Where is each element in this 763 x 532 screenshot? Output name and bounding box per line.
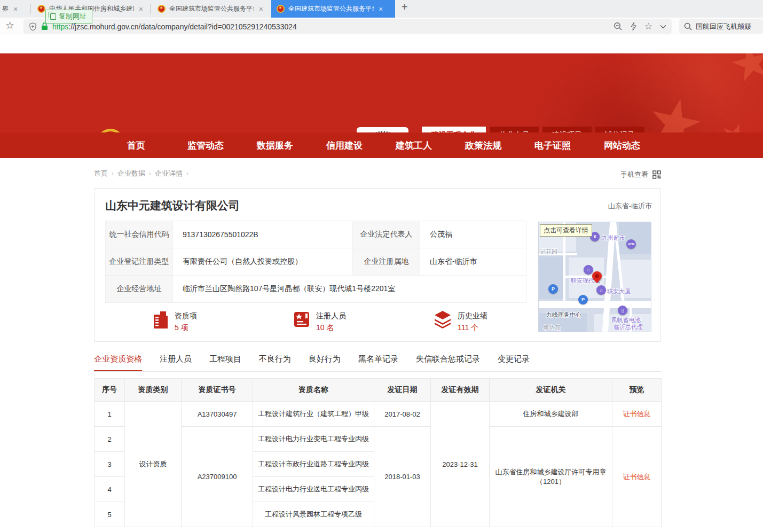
map-tooltip: 点击可查看详情 (540, 224, 592, 237)
field-label: 企业注册属地 (353, 248, 420, 276)
battery-poi-icon: ▯ (618, 306, 627, 315)
row-index: 5 (95, 502, 125, 527)
search-tab-enterprise[interactable]: 建设工程企业 (422, 127, 486, 132)
field-label: 企业登记注册类型 (106, 248, 173, 276)
stat-value: 5 项 (175, 322, 197, 333)
copy-icon (50, 13, 56, 20)
col-qual-name: 资质名称 (253, 379, 374, 402)
stat-label: 历史业绩 (458, 310, 487, 321)
tab-change-records[interactable]: 变更记录 (498, 354, 530, 371)
stat-qualifications[interactable]: 资质项 5 项 (105, 310, 246, 333)
search-tab-personnel[interactable]: 从业人员 (490, 127, 539, 132)
tab-qualifications[interactable]: 企业资质资格 (94, 354, 142, 371)
url-text: https://jzsc.mohurd.gov.cn/data/company/… (52, 22, 609, 31)
copy-url-label: 复制网址 (59, 12, 86, 21)
news-search-box[interactable]: 国航回应飞机颠簸 (679, 19, 763, 34)
col-index: 序号 (95, 379, 125, 402)
emblem-favicon-icon (277, 5, 285, 13)
stat-value: 10 名 (316, 322, 346, 333)
preview-cell: 证书信息 (612, 402, 662, 427)
certificate-info-link[interactable]: 证书信息 (623, 410, 651, 418)
tab-title: 全国建筑市场监管公共服务平台 (169, 4, 254, 13)
cert-no: A137030497 (182, 402, 253, 427)
col-issue-date: 发证日期 (374, 379, 431, 402)
nav-item-home[interactable]: 首页 (101, 139, 171, 152)
authority-line-2: （1201） (493, 477, 609, 487)
issue-date: 2017-08-02 (374, 402, 431, 427)
row-index: 4 (95, 477, 125, 502)
qual-name: 工程设计建筑行业（建筑工程）甲级 (253, 402, 374, 427)
stat-registered-personnel[interactable]: 注册人员 10 名 (246, 310, 386, 333)
nav-item-supervision[interactable]: 监管动态 (171, 139, 240, 152)
search-tab-credit[interactable]: 诚信记录 (595, 127, 644, 132)
company-info-table: 统一社会信用代码 91371302675501022B 企业法定代表人 公茂福 … (105, 221, 526, 303)
stat-label: 注册人员 (316, 310, 346, 321)
nav-item-certificate[interactable]: 电子证照 (518, 139, 587, 152)
search-icon (684, 22, 692, 30)
url-path: ://jzsc.mohurd.gov.cn/data/company/detai… (68, 22, 296, 31)
chevron-down-icon[interactable] (660, 25, 666, 29)
issue-date: 2018-01-03 (374, 427, 431, 527)
search-tab-project[interactable]: 建设项目 (542, 127, 592, 132)
breadcrumb-separator: › (112, 170, 114, 177)
building-icon (152, 310, 169, 330)
detail-section-tabs: 企业资质资格 注册人员 工程项目 不良行为 良好行为 黑名单记录 失信联合惩戒记… (94, 354, 661, 372)
flash-icon[interactable] (630, 22, 637, 31)
tower-poi-icon: ⌂ (596, 285, 606, 295)
tab-close-icon[interactable]: × (379, 5, 383, 13)
table-header-row: 序号 资质类别 资质证书号 资质名称 发证日期 发证有效期 发证机关 预览 (95, 379, 662, 402)
omnibox-action-icons: ☆ (613, 21, 666, 32)
tab-blacklist[interactable]: 黑名单记录 (358, 354, 398, 371)
breadcrumb-company-data[interactable]: 企业数据 (117, 169, 145, 178)
issuing-authority: 住房和城乡建设部 (490, 402, 612, 427)
tab-title: 全国建筑市场监管公共服务平台 (288, 4, 374, 13)
tab-bad-behavior[interactable]: 不良行为 (259, 354, 291, 371)
address-bar[interactable]: https://jzsc.mohurd.gov.cn/data/company/… (23, 19, 672, 34)
mobile-view-control[interactable]: 手机查看 (620, 170, 661, 179)
qual-name: 工程设计市政行业道路工程专业丙级 (253, 452, 374, 477)
certificate-info-link[interactable]: 证书信息 (623, 473, 651, 481)
browser-tab-partial[interactable]: 界 × (0, 0, 29, 18)
tab-close-icon[interactable]: × (139, 5, 143, 13)
browser-tab-active[interactable]: 全国建筑市场监管公共服务平台 × (271, 0, 395, 18)
favorite-star-icon[interactable]: ☆ (644, 21, 652, 32)
layers-icon (433, 310, 452, 328)
tab-close-icon[interactable]: × (259, 5, 263, 13)
stat-historical-performance[interactable]: 历史业绩 111 个 (386, 310, 526, 333)
breadcrumb-separator: › (186, 170, 188, 177)
tab-projects[interactable]: 工程项目 (209, 354, 241, 371)
registration-region-value: 山东省-临沂市 (420, 248, 526, 276)
col-authority: 发证机关 (490, 379, 612, 402)
nav-item-workers[interactable]: 建筑工人 (379, 139, 449, 152)
location-map[interactable]: 点击可查看详情 ¥ 九州超市 ATM 记花园 ⌂ 联安现代城 ⌂ 联安大厦 P … (538, 222, 651, 332)
browser-tab-jzsc-1[interactable]: 全国建筑市场监管公共服务平台 × (152, 0, 269, 18)
bookmark-star-icon[interactable]: ☆ (5, 19, 14, 32)
breadcrumb-home[interactable]: 首页 (94, 169, 108, 178)
browser-tab-strip: 界 × 中华人民共和国住房和城乡建设 × 全国建筑市场监管公共服务平台 × 全国… (0, 0, 763, 18)
company-name: 山东中元建筑设计有限公司 (105, 198, 240, 213)
nav-item-policy[interactable]: 政策法规 (449, 139, 518, 152)
browser-url-row: ☆ https://jzsc.mohurd.gov.cn/data/compan… (0, 18, 763, 35)
authority-line-1: 山东省住房和城乡建设厅许可专用章 (493, 467, 609, 477)
parking-poi-icon: P (578, 295, 588, 304)
site-header: ★ ★ ★ 中华人民共和国住房和城乡建设部www.mohurd.gov.cn 全… (0, 53, 763, 132)
col-cert-no: 资质证书号 (182, 379, 253, 402)
preview-cell: 证书信息 (612, 427, 662, 527)
col-validity: 发证有效期 (431, 379, 490, 402)
nav-item-site-news[interactable]: 网站动态 (587, 139, 657, 152)
nav-item-credit[interactable]: 信用建设 (310, 139, 379, 152)
secure-lock-icon (41, 22, 48, 30)
tab-dishonesty[interactable]: 失信联合惩戒记录 (416, 354, 480, 371)
tab-good-behavior[interactable]: 良好行为 (309, 354, 341, 371)
tab-close-icon[interactable]: × (13, 5, 18, 13)
table-row: 企业经营地址 临沂市兰山区陶然路107号星河晶都（联安）现代城1号楼2201室 (106, 276, 526, 303)
tab-registered-personnel[interactable]: 注册人员 (160, 354, 192, 371)
validity-date: 2023-12-31 (431, 402, 490, 527)
new-tab-button[interactable]: + (402, 1, 408, 13)
registration-type-value: 有限责任公司（自然人投资或控股） (173, 248, 353, 276)
table-row: 企业登记注册类型 有限责任公司（自然人投资或控股） 企业注册属地 山东省-临沂市 (106, 248, 526, 276)
breadcrumb-company-detail[interactable]: 企业详情 (155, 169, 183, 178)
shield-permission-icon[interactable] (29, 22, 37, 31)
nav-item-data-service[interactable]: 数据服务 (240, 139, 310, 152)
zoom-out-icon[interactable] (613, 22, 623, 31)
